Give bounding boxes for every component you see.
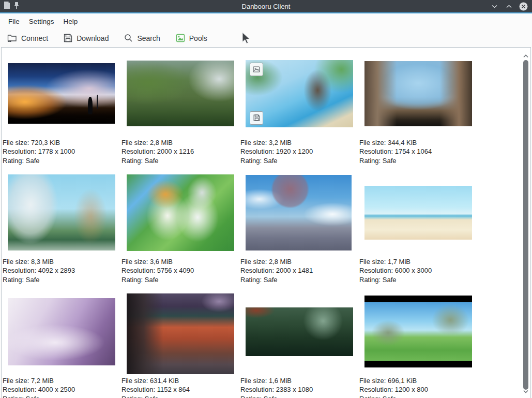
app-icon bbox=[4, 2, 10, 11]
post-thumbnail[interactable] bbox=[127, 174, 234, 251]
post-item[interactable]: File size: 344,4 KiB Resolution: 1754 x … bbox=[359, 57, 478, 176]
danbooru-client-window: Danbooru Client File Settings Help bbox=[0, 0, 532, 398]
post-caption: File size: 8,3 MiB Resolution: 4092 x 28… bbox=[3, 257, 121, 284]
save-icon bbox=[64, 34, 72, 42]
pools-label: Pools bbox=[189, 34, 207, 42]
post-thumbnail[interactable] bbox=[8, 63, 115, 124]
post-item[interactable]: File size: 7,2 MiB Resolution: 4000 x 25… bbox=[3, 296, 121, 398]
folder-network-icon bbox=[7, 34, 17, 42]
view-image-button[interactable] bbox=[250, 63, 263, 76]
search-icon bbox=[124, 34, 133, 42]
post-item[interactable]: File size: 3,6 MiB Resolution: 5756 x 40… bbox=[121, 176, 240, 296]
minimize-button[interactable] bbox=[490, 2, 499, 11]
window-title: Danbooru Client bbox=[0, 3, 532, 10]
connect-label: Connect bbox=[21, 34, 48, 42]
post-item[interactable]: File size: 3,2 MiB Resolution: 1920 x 12… bbox=[240, 57, 359, 176]
post-item[interactable]: File size: 2,8 MiB Resolution: 2000 x 12… bbox=[121, 57, 240, 176]
post-caption: File size: 1,7 MiB Resolution: 6000 x 30… bbox=[359, 257, 478, 284]
post-item[interactable]: File size: 720,3 KiB Resolution: 1778 x … bbox=[3, 57, 121, 176]
connect-button[interactable]: Connect bbox=[7, 34, 48, 42]
pools-button[interactable]: Pools bbox=[176, 34, 207, 42]
post-item[interactable]: File size: 2,8 MiB Resolution: 2000 x 14… bbox=[240, 176, 359, 296]
post-caption: File size: 7,2 MiB Resolution: 4000 x 25… bbox=[3, 376, 121, 398]
post-caption: File size: 344,4 KiB Resolution: 1754 x … bbox=[359, 138, 478, 165]
post-caption: File size: 631,4 KiB Resolution: 1152 x … bbox=[121, 376, 240, 398]
post-thumbnail[interactable] bbox=[364, 296, 472, 367]
pin-icon[interactable] bbox=[14, 2, 19, 11]
menubar: File Settings Help bbox=[0, 13, 532, 29]
scrollbar-handle[interactable] bbox=[523, 60, 528, 390]
menu-file[interactable]: File bbox=[4, 16, 24, 27]
post-item[interactable]: File size: 1,7 MiB Resolution: 6000 x 30… bbox=[359, 176, 478, 296]
titlebar: Danbooru Client bbox=[0, 0, 532, 12]
search-label: Search bbox=[137, 34, 160, 42]
post-caption: File size: 3,2 MiB Resolution: 1920 x 12… bbox=[240, 138, 359, 165]
post-thumbnail[interactable] bbox=[127, 61, 234, 126]
post-thumbnail[interactable] bbox=[246, 175, 352, 250]
post-caption: File size: 2,8 MiB Resolution: 2000 x 12… bbox=[121, 138, 240, 165]
post-item[interactable]: File size: 631,4 KiB Resolution: 1152 x … bbox=[121, 296, 240, 398]
post-thumbnail[interactable] bbox=[246, 307, 353, 356]
post-grid-view: File size: 720,3 KiB Resolution: 1778 x … bbox=[1, 47, 531, 398]
post-item[interactable]: File size: 696,1 KiB Resolution: 1200 x … bbox=[359, 296, 478, 398]
search-button[interactable]: Search bbox=[124, 34, 160, 42]
post-thumbnail[interactable] bbox=[8, 298, 115, 365]
post-grid: File size: 720,3 KiB Resolution: 1778 x … bbox=[2, 48, 530, 398]
download-label: Download bbox=[77, 34, 109, 42]
toolbar: Connect Download Search bbox=[0, 29, 532, 47]
vertical-scrollbar[interactable] bbox=[521, 48, 530, 398]
download-button[interactable]: Download bbox=[64, 34, 109, 42]
post-thumbnail[interactable] bbox=[364, 186, 472, 240]
post-item[interactable]: File size: 1,6 MiB Resolution: 2383 x 10… bbox=[240, 296, 359, 398]
menu-help[interactable]: Help bbox=[59, 16, 83, 27]
post-caption: File size: 3,6 MiB Resolution: 5756 x 40… bbox=[121, 257, 240, 284]
post-thumbnail[interactable] bbox=[246, 60, 353, 127]
save-image-button[interactable] bbox=[250, 111, 263, 125]
floppy-icon bbox=[253, 114, 260, 121]
post-thumbnail[interactable] bbox=[8, 174, 115, 250]
post-caption: File size: 2,8 MiB Resolution: 2000 x 14… bbox=[240, 257, 359, 284]
close-button[interactable] bbox=[519, 2, 528, 11]
post-caption: File size: 1,6 MiB Resolution: 2383 x 10… bbox=[240, 376, 359, 398]
scroll-down-icon[interactable] bbox=[523, 386, 528, 395]
maximize-button[interactable] bbox=[504, 2, 513, 11]
pools-image-icon bbox=[176, 34, 185, 42]
picture-icon bbox=[253, 66, 260, 72]
post-caption: File size: 696,1 KiB Resolution: 1200 x … bbox=[359, 376, 478, 398]
post-item[interactable]: File size: 8,3 MiB Resolution: 4092 x 28… bbox=[3, 176, 121, 296]
scroll-up-icon[interactable] bbox=[523, 51, 528, 60]
menu-settings[interactable]: Settings bbox=[24, 16, 59, 27]
post-thumbnail[interactable] bbox=[364, 61, 472, 126]
post-caption: File size: 720,3 KiB Resolution: 1778 x … bbox=[3, 138, 121, 165]
post-thumbnail[interactable] bbox=[127, 293, 234, 374]
